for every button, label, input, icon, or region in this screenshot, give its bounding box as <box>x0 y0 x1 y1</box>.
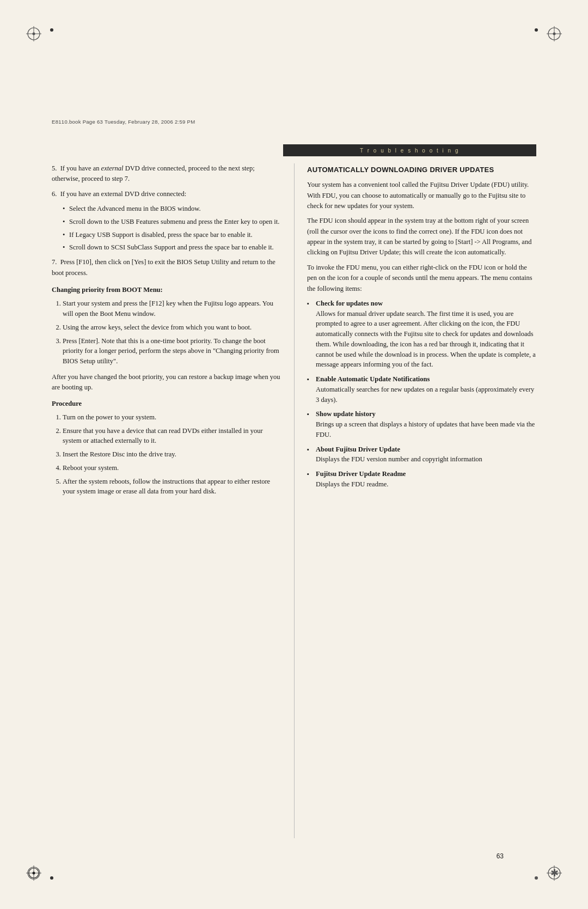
right-intro-2: The FDU icon should appear in the system… <box>307 216 536 258</box>
procedure-label: Procedure <box>52 399 281 409</box>
svg-point-21 <box>535 876 538 880</box>
proc-step-2: Ensure that you have a device that can r… <box>63 426 281 447</box>
svg-point-19 <box>535 28 538 32</box>
fdu-readme: Fujitsu Driver Update Readme Displays th… <box>307 469 536 490</box>
svg-point-3 <box>33 33 35 35</box>
bullet-legacy-usb: If Legacy USB Support is disabled, press… <box>63 230 281 240</box>
page-number: 63 <box>497 852 504 860</box>
changing-priority-heading: Changing priority from BOOT Menu: <box>52 285 281 295</box>
section-header-bar: T r o u b l e s h o o t i n g <box>283 144 536 156</box>
after-boot-priority: After you have changed the boot priority… <box>52 372 281 393</box>
procedure-steps: Turn on the power to your system. Ensure… <box>63 412 281 497</box>
left-column: 5. If you have an external DVD drive con… <box>52 163 285 838</box>
fdu-check-updates: Check for updates now Allows for manual … <box>307 298 536 370</box>
right-column: AUTOMATICALLY DOWNLOADING DRIVER UPDATES… <box>303 163 536 838</box>
proc-step-3: Insert the Restore Disc into the drive t… <box>63 449 281 460</box>
fdu-show-history: Show update history Brings up a screen t… <box>307 409 536 440</box>
content-area: 5. If you have an external DVD drive con… <box>52 163 536 838</box>
page: ✱ E8110.book Page 63 Tuesday, February 2… <box>0 0 588 909</box>
corner-br: ✱ <box>547 865 562 883</box>
inner-corner-bl-dot <box>49 874 54 883</box>
boot-step-3: Press [Enter]. Note that this is a one-t… <box>63 336 281 367</box>
right-intro-3: To invoke the FDU menu, you can either r… <box>307 263 536 294</box>
boot-step-1: Start your system and press the [F12] ke… <box>63 298 281 319</box>
inner-corner-tl-dot <box>49 26 54 35</box>
item-6-bullets: Select the Advanced menu in the BIOS win… <box>63 204 281 253</box>
bullet-bios-advanced: Select the Advanced menu in the BIOS win… <box>63 204 281 214</box>
corner-tl <box>26 26 41 44</box>
bullet-usb-features: Scroll down to the USB Features submenu … <box>63 217 281 227</box>
corner-tr <box>547 26 562 44</box>
proc-step-1: Turn on the power to your system. <box>63 412 281 423</box>
bullet-scsi: Scroll down to SCSI SubClass Support and… <box>63 242 281 253</box>
left-item-7: 7. Press [F10], then click on [Yes] to e… <box>52 257 281 278</box>
svg-point-7 <box>553 33 556 35</box>
proc-step-4: Reboot your system. <box>63 463 281 473</box>
fdu-about: About Fujitsu Driver Update Displays the… <box>307 444 536 465</box>
svg-point-20 <box>50 876 53 880</box>
svg-point-11 <box>33 872 35 875</box>
section-header-text: T r o u b l e s h o o t i n g <box>360 148 460 154</box>
header-metadata: E8110.book Page 63 Tuesday, February 28,… <box>52 119 195 125</box>
inner-corner-tr-dot <box>534 26 539 35</box>
boot-menu-steps: Start your system and press the [F12] ke… <box>63 298 281 367</box>
inner-corner-br-dot <box>534 874 539 883</box>
svg-text:✱: ✱ <box>550 868 559 879</box>
boot-step-2: Using the arrow keys, select the device … <box>63 322 281 333</box>
fdu-enable-auto-update: Enable Automatic Update Notifications Au… <box>307 374 536 405</box>
svg-point-18 <box>50 28 53 32</box>
fdu-menu-list: Check for updates now Allows for manual … <box>307 298 536 490</box>
right-intro-1: Your system has a convenient tool called… <box>307 180 536 211</box>
corner-bl <box>26 865 41 883</box>
left-item-5: 5. If you have an external DVD drive con… <box>52 163 281 185</box>
left-item-6: 6. If you have an external DVD drive con… <box>52 189 281 199</box>
right-section-title: AUTOMATICALLY DOWNLOADING DRIVER UPDATES <box>307 164 536 175</box>
proc-step-5: After the system reboots, follow the ins… <box>63 477 281 497</box>
